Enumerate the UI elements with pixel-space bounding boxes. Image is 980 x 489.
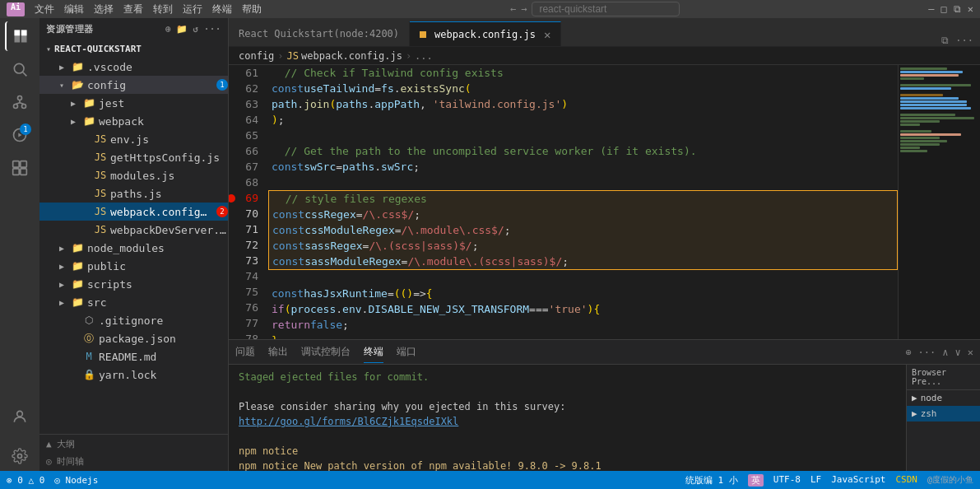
sidebar-item-gethttps[interactable]: JS getHttpsConfig.js <box>39 148 228 166</box>
window-minimize[interactable]: — <box>928 3 934 15</box>
minimap-line <box>900 137 940 139</box>
sidebar-item-config[interactable]: ▾ 📂 config 1 <box>39 76 228 94</box>
terminal-node-icon: ▶ <box>912 393 917 403</box>
sidebar-item-src[interactable]: ▶ 📁 src <box>39 293 228 311</box>
item-label: .gitignore <box>99 314 228 327</box>
panel-tab-terminal[interactable]: 终端 <box>364 342 383 363</box>
line-numbers: 61 62 63 64 65 66 67 68 69 70 71 72 73 <box>229 65 268 339</box>
svg-point-12 <box>17 411 23 417</box>
new-file-icon[interactable]: ⊕ <box>165 24 171 35</box>
svg-point-2 <box>18 96 22 100</box>
minimap-line <box>900 68 947 70</box>
status-nodejs[interactable]: ◎ Nodejs <box>54 475 98 486</box>
collapse-arrow: ▶ <box>71 99 82 108</box>
minimap-line <box>900 107 971 109</box>
minimap-line <box>900 94 943 96</box>
sidebar-item-public[interactable]: ▶ 📁 public <box>39 257 228 275</box>
sidebar-item-paths[interactable]: JS paths.js <box>39 184 228 203</box>
status-position[interactable]: 统版编 1 小 <box>685 474 738 487</box>
panel-tab-output[interactable]: 输出 <box>268 342 288 362</box>
code-line-64: ); <box>268 112 898 128</box>
terminal-content[interactable]: Staged ejected files for commit. Please … <box>229 365 906 471</box>
breadcrumb-config[interactable]: config <box>239 50 274 62</box>
menu-help[interactable]: 帮助 <box>242 2 262 16</box>
status-errors[interactable]: ⊗ 0 △ 0 <box>7 475 44 486</box>
panel-tab-ports[interactable]: 端口 <box>397 342 416 362</box>
breadcrumb-symbol[interactable]: ... <box>415 50 433 62</box>
nav-fwd[interactable]: → <box>521 3 527 15</box>
minimap-line <box>900 123 920 126</box>
project-name[interactable]: ▾ REACT-QUICKSTART <box>39 40 228 58</box>
tab-webpack-config[interactable]: webpack.config.js ✕ <box>410 21 561 46</box>
outline-section[interactable]: ▲ 大纲 <box>39 434 228 454</box>
sidebar-item-yarnlock[interactable]: 🔒 yarn.lock <box>39 366 228 384</box>
status-bar: ⊗ 0 △ 0 ◎ Nodejs 统版编 1 小 英 UTF-8 LF Java… <box>0 471 980 489</box>
sidebar-item-readme[interactable]: M README.md <box>39 347 228 366</box>
extensions-activity-icon[interactable] <box>5 153 35 183</box>
right-panel-item-zsh[interactable]: ▶ zsh <box>907 406 980 421</box>
sidebar-item-node-modules[interactable]: ▶ 📁 node_modules <box>39 239 228 257</box>
window-close[interactable]: ✕ <box>968 3 973 15</box>
collapse-arrow: ▶ <box>59 244 71 253</box>
timeline-section[interactable]: ◎ 时间轴 <box>39 454 228 471</box>
settings-icon[interactable] <box>5 441 35 471</box>
status-encoding[interactable]: UTF-8 <box>773 474 801 487</box>
debug-activity-icon[interactable]: 1 <box>5 120 35 150</box>
panel-up-icon[interactable]: ∧ <box>942 347 948 358</box>
code-content[interactable]: // Check if Tailwind config exists const… <box>268 65 898 339</box>
more-icon[interactable]: ··· <box>204 24 221 35</box>
sidebar-item-webpack-config[interactable]: JS webpack.config.js 2 <box>39 203 228 221</box>
tab-react-quickstart[interactable]: React Quickstart(node:4200) <box>229 21 410 46</box>
new-folder-icon[interactable]: 📁 <box>176 24 188 35</box>
nav-back[interactable]: ← <box>510 3 516 15</box>
more-actions-icon[interactable]: ··· <box>955 35 973 46</box>
menu-edit[interactable]: 编辑 <box>64 2 84 16</box>
search-activity-icon[interactable] <box>5 54 35 84</box>
svg-line-7 <box>20 103 24 105</box>
minimap-lines <box>899 65 980 155</box>
git-activity-icon[interactable] <box>5 87 35 117</box>
sidebar-item-envjs[interactable]: JS env.js <box>39 130 228 148</box>
sidebar-item-modules[interactable]: JS modules.js <box>39 166 228 184</box>
sidebar-item-webpack[interactable]: ▶ 📁 webpack <box>39 112 228 130</box>
breadcrumb-file[interactable]: JSwebpack.config.js <box>287 50 402 62</box>
window-maximize[interactable]: □ <box>941 3 947 15</box>
status-english[interactable]: 英 <box>748 474 764 487</box>
sidebar-item-webpackdev[interactable]: JS webpackDevServer.config.js <box>39 221 228 239</box>
folder-icon: 📁 <box>71 241 84 254</box>
search-input[interactable] <box>532 2 680 16</box>
menu-goto[interactable]: 转到 <box>153 2 173 16</box>
right-panel-item-node[interactable]: ▶ node <box>907 390 980 406</box>
terminal-line <box>239 384 896 399</box>
code-line-69: // style files regexes <box>269 191 897 207</box>
menu-file[interactable]: 文件 <box>35 2 54 16</box>
tab-close-button[interactable]: ✕ <box>544 28 550 41</box>
minimap-line <box>900 140 947 142</box>
folder-icon: 📁 <box>82 96 95 109</box>
terminal-zsh-icon: ▶ <box>912 408 917 419</box>
panel-close-icon[interactable]: ✕ <box>968 347 973 358</box>
menu-view[interactable]: 查看 <box>123 2 143 16</box>
status-eol[interactable]: LF <box>810 474 821 487</box>
menu-select[interactable]: 选择 <box>94 2 114 16</box>
menu-run[interactable]: 运行 <box>183 2 202 16</box>
svg-rect-10 <box>13 169 20 175</box>
panel-more-icon[interactable]: ··· <box>918 347 936 358</box>
menu-terminal[interactable]: 终端 <box>212 2 232 16</box>
sidebar-item-scripts[interactable]: ▶ 📁 scripts <box>39 275 228 293</box>
panel-down-icon[interactable]: ∨ <box>955 347 961 358</box>
refresh-icon[interactable]: ↺ <box>193 24 199 35</box>
account-icon[interactable] <box>5 402 35 431</box>
panel-add-icon[interactable]: ⊕ <box>905 347 911 358</box>
split-editor-icon[interactable]: ⧉ <box>941 35 949 46</box>
sidebar-item-gitignore[interactable]: ⬡ .gitignore <box>39 311 228 329</box>
sidebar-item-vscode[interactable]: ▶ 📁 .vscode <box>39 58 228 76</box>
window-restore[interactable]: ⧉ <box>954 3 961 15</box>
status-language[interactable]: JavaScript <box>831 474 885 487</box>
sidebar-item-packagejson[interactable]: ⓪ package.json <box>39 329 228 347</box>
panel-tab-debug[interactable]: 调试控制台 <box>301 342 351 362</box>
title-bar-center: ← → <box>510 2 680 16</box>
sidebar-item-jest[interactable]: ▶ 📁 jest <box>39 94 228 112</box>
explorer-icon[interactable] <box>5 21 35 51</box>
panel-tab-problems[interactable]: 问题 <box>235 342 255 362</box>
